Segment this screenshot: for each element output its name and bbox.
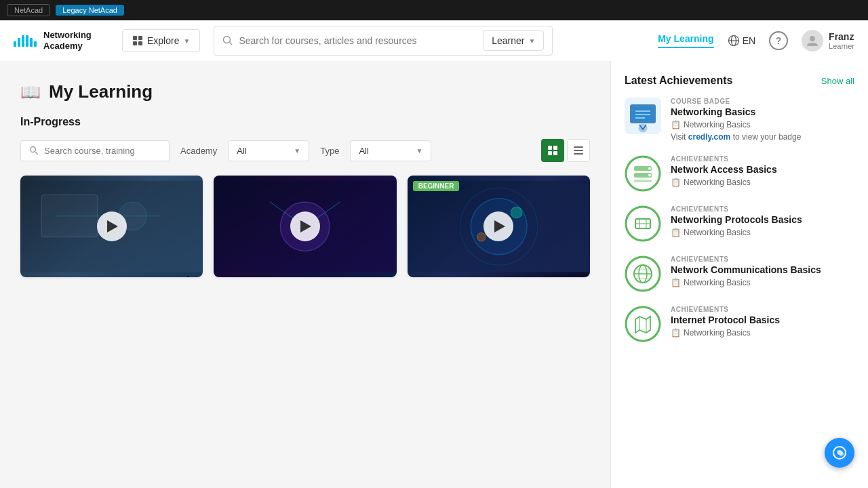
achievement-source-4: 📋 Networking Basics [671, 278, 854, 287]
top-bar: NetAcad Legacy NetAcad [0, 0, 868, 20]
search-input[interactable] [239, 35, 477, 46]
list-view-icon [573, 145, 584, 156]
svg-rect-21 [553, 151, 557, 155]
section-title: In-Progress [20, 116, 590, 128]
user-menu[interactable]: Franz Learner [802, 30, 854, 52]
list-view-button[interactable] [567, 139, 590, 162]
header: Networking Academy Explore ▼ Learner ▼ M… [0, 20, 868, 61]
my-learning-nav[interactable]: My Learning [658, 33, 713, 48]
show-all-button[interactable]: Show all [821, 76, 854, 86]
achievement-item: ACHIEVEMENTS Network Communications Basi… [625, 256, 854, 292]
explore-button[interactable]: Explore ▼ [122, 29, 200, 52]
svg-rect-22 [574, 146, 583, 148]
play-icon-2 [300, 220, 311, 232]
grid-view-icon [547, 145, 558, 156]
chat-icon [831, 445, 848, 461]
play-icon [107, 220, 118, 232]
svg-rect-5 [34, 41, 37, 47]
play-button-1[interactable] [97, 211, 127, 241]
type-chevron-icon: ▼ [416, 147, 422, 155]
logo-text: Networking Academy [43, 30, 92, 51]
play-button-3[interactable] [484, 211, 513, 241]
svg-rect-2 [22, 35, 24, 47]
page-title: 📖 My Learning [20, 81, 590, 102]
svg-point-15 [810, 36, 815, 41]
help-button[interactable]: ? [769, 31, 788, 50]
chat-button[interactable] [825, 438, 854, 468]
globe-icon [728, 35, 740, 47]
svg-rect-23 [574, 150, 583, 151]
academy-label: Academy [180, 146, 217, 156]
achievement-item: ACHIEVEMENTS Internet Protocol Basics 📋 … [625, 306, 854, 342]
achievement-badge-icon [625, 98, 661, 134]
svg-rect-69 [634, 180, 652, 182]
course-search[interactable] [20, 140, 170, 161]
source-book-icon-5: 📋 [671, 328, 681, 338]
achievement-item: ACHIEVEMENTS Networking Protocols Basics… [625, 205, 854, 242]
credly-link[interactable]: credly.com [688, 132, 730, 142]
svg-rect-18 [548, 146, 552, 150]
main-content: 📖 My Learning In-Progress Academy All ▼ … [0, 61, 868, 488]
filters-bar: Academy All ▼ Type All ▼ [20, 139, 590, 162]
svg-rect-4 [30, 38, 33, 47]
svg-point-68 [648, 174, 651, 177]
source-book-icon-2: 📋 [671, 178, 681, 187]
logo-line2: Academy [43, 41, 92, 52]
achievement-server-icon [625, 155, 661, 192]
academy-filter[interactable]: All ▼ [228, 140, 309, 161]
right-panel: Latest Achievements Show all COURSE BADG… [610, 61, 868, 488]
achievement-item: COURSE BADGE Networking Basics 📋 Network… [625, 98, 854, 142]
course-card[interactable]: 📋 Module ⋮ CCNA: Switching, Routing, and… [20, 176, 203, 277]
achievement-type-1: COURSE BADGE [671, 98, 854, 105]
course-card[interactable]: 📋 Module CCNA: Enterprise Networking, Se… [214, 176, 396, 277]
type-filter[interactable]: All ▼ [350, 140, 431, 161]
achievement-content-4: ACHIEVEMENTS Network Communications Basi… [671, 256, 854, 287]
play-button-2[interactable] [290, 211, 320, 241]
learner-label: Learner [492, 35, 524, 46]
source-book-icon-4: 📋 [671, 278, 681, 287]
lang-label: EN [743, 35, 755, 46]
svg-point-10 [224, 37, 231, 43]
achievement-globe-icon [625, 256, 661, 292]
achievement-content-1: COURSE BADGE Networking Basics 📋 Network… [671, 98, 854, 142]
user-name: Franz [829, 31, 854, 42]
svg-point-67 [648, 167, 651, 170]
netacad-btn[interactable]: NetAcad [7, 4, 50, 16]
svg-line-11 [230, 43, 233, 45]
cards-grid: 📋 Module ⋮ CCNA: Switching, Routing, and… [20, 176, 590, 277]
left-panel: 📖 My Learning In-Progress Academy All ▼ … [0, 61, 610, 488]
achievement-source-2: 📋 Networking Basics [671, 178, 854, 187]
course-card[interactable]: BEGINNER 📋 Cours [408, 176, 590, 277]
achievement-type-4: ACHIEVEMENTS [671, 256, 854, 263]
achievement-source-5: 📋 Networking Basics [671, 328, 854, 338]
type-value: All [359, 146, 368, 156]
user-role: Learner [829, 42, 854, 50]
grid-view-button[interactable] [541, 139, 564, 162]
achievement-content-5: ACHIEVEMENTS Internet Protocol Basics 📋 … [671, 306, 854, 338]
academy-chevron-icon: ▼ [294, 147, 300, 155]
play-icon-3 [494, 220, 505, 232]
book-icon: 📖 [20, 83, 41, 102]
learner-dropdown[interactable]: Learner ▼ [483, 30, 544, 51]
achievement-content-3: ACHIEVEMENTS Networking Protocols Basics… [671, 205, 854, 237]
networking-protocols-badge-icon [625, 205, 661, 242]
achievement-content-2: ACHIEVEMENTS Network Access Basics 📋 Net… [671, 155, 854, 187]
search-icon [222, 35, 233, 46]
svg-rect-7 [138, 36, 142, 40]
svg-rect-3 [26, 35, 28, 47]
svg-point-81 [626, 307, 660, 341]
achievements-title: Latest Achievements [625, 75, 732, 87]
language-button[interactable]: EN [728, 35, 755, 47]
achievement-name-3: Networking Protocols Basics [671, 214, 854, 225]
grid-icon [132, 35, 143, 46]
legacy-netacad-btn[interactable]: Legacy NetAcad [56, 5, 124, 16]
achievement-type-3: ACHIEVEMENTS [671, 205, 854, 213]
achievement-type-5: ACHIEVEMENTS [671, 306, 854, 313]
internet-protocol-badge-icon [625, 306, 661, 342]
svg-line-17 [35, 152, 38, 155]
svg-rect-6 [133, 36, 137, 40]
card-thumbnail-3: BEGINNER [408, 176, 590, 277]
course-search-input[interactable] [44, 146, 161, 156]
card-options-1[interactable]: ⋮ [182, 274, 193, 277]
logo[interactable]: Networking Academy [14, 30, 108, 51]
